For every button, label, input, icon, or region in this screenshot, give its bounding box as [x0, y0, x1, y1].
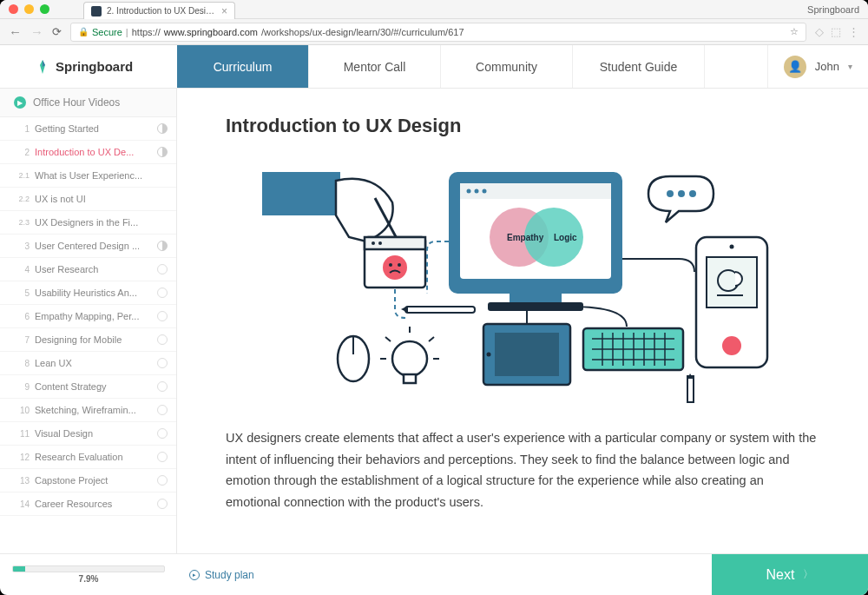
svg-point-23 [689, 190, 696, 197]
item-label: UX Designers in the Fi... [35, 217, 168, 228]
logo[interactable]: Springboard [0, 45, 177, 88]
url-path: /workshops/ux-design/learn/30/#/curricul… [261, 27, 464, 37]
secure-label: Secure [92, 27, 122, 37]
sidebar-item[interactable]: 10Sketching, Wireframin... [0, 399, 176, 422]
item-label: Getting Started [35, 123, 152, 134]
maximize-window-icon[interactable] [40, 4, 49, 14]
svg-line-53 [385, 337, 391, 341]
address-bar: ← → ⟳ 🔒 Secure | https://www.springboard… [0, 19, 868, 45]
sidebar-item[interactable]: 4User Research [0, 258, 176, 281]
forward-button[interactable]: → [30, 24, 43, 39]
logo-text: Springboard [56, 59, 133, 74]
sidebar-item[interactable]: 2.1What is User Experienc... [0, 164, 176, 188]
item-label: UX is not UI [35, 194, 168, 204]
progress-area: 7.9% [0, 559, 177, 591]
item-label: Usability Heuristics An... [35, 288, 152, 298]
svg-point-14 [483, 189, 487, 194]
sidebar-item[interactable]: 2.3UX Designers in the Fi... [0, 211, 176, 235]
item-number: 13 [9, 476, 30, 486]
sidebar-item[interactable]: 7Designing for Mobile [0, 328, 176, 352]
lock-icon: 🔒 [78, 27, 89, 36]
item-number: 6 [9, 312, 30, 321]
next-button[interactable]: Next 〉 [712, 554, 868, 596]
status-icon [157, 241, 168, 251]
svg-rect-42 [495, 333, 559, 376]
item-label: What is User Experienc... [35, 170, 168, 181]
user-menu[interactable]: 👤 John ▾ [767, 45, 868, 88]
browser-tab-strip: 2. Introduction to UX Design - × [83, 2, 235, 19]
extension-icon[interactable]: ◇ [815, 25, 824, 38]
status-icon [157, 264, 168, 274]
chevron-right-icon: 〉 [803, 567, 813, 582]
item-number: 2 [9, 148, 30, 157]
extension-icon[interactable]: ⬚ [831, 25, 841, 38]
tab-close-icon[interactable]: × [221, 5, 227, 17]
play-outline-icon: ▸ [189, 570, 200, 580]
reload-button[interactable]: ⟳ [52, 25, 62, 38]
body-paragraph: UX designers create elements that affect… [226, 427, 819, 513]
svg-point-12 [467, 189, 471, 194]
item-number: 2.3 [9, 218, 30, 227]
sidebar-item[interactable]: 2Introduction to UX De... [0, 141, 176, 164]
app-header: Springboard CurriculumMentor CallCommuni… [0, 45, 868, 89]
user-name: John [815, 60, 839, 73]
sidebar-header[interactable]: ▶ Office Hour Videos [0, 89, 176, 117]
window-chrome-bar: 2. Introduction to UX Design - × Springb… [0, 0, 868, 19]
sidebar-item[interactable]: 5Usability Heuristics An... [0, 281, 176, 305]
sidebar-item[interactable]: 11Visual Design [0, 422, 176, 446]
svg-rect-15 [510, 294, 562, 302]
item-number: 14 [9, 499, 30, 509]
progress-fill [13, 566, 25, 572]
tab-title: 2. Introduction to UX Design - [107, 6, 216, 16]
item-number: 1 [9, 124, 30, 134]
status-icon [157, 147, 168, 157]
browser-tab[interactable]: 2. Introduction to UX Design - × [83, 2, 235, 19]
sidebar-item[interactable]: 6Empathy Mapping, Per... [0, 305, 176, 328]
status-icon [157, 358, 168, 368]
footer: 7.9% ▸ Study plan Next 〉 [0, 553, 868, 595]
svg-point-50 [392, 341, 427, 376]
sidebar-item[interactable]: 9Content Strategy [0, 375, 176, 399]
close-window-icon[interactable] [9, 4, 18, 14]
svg-point-21 [667, 190, 674, 197]
menu-icon[interactable]: ⋮ [848, 25, 859, 38]
svg-marker-45 [401, 306, 408, 313]
status-icon [157, 334, 168, 345]
sidebar-header-label: Office Hour Videos [33, 96, 120, 109]
logo-icon [35, 59, 50, 75]
sidebar-item[interactable]: 12Research Evaluation [0, 446, 176, 469]
minimize-window-icon[interactable] [24, 4, 34, 14]
nav-tab-student-guide[interactable]: Student Guide [573, 45, 705, 88]
nav-tab-community[interactable]: Community [441, 45, 573, 88]
item-label: Sketching, Wireframin... [35, 405, 152, 415]
svg-point-8 [398, 263, 401, 267]
nav-tab-mentor-call[interactable]: Mentor Call [309, 45, 441, 88]
item-label: Designing for Mobile [35, 334, 152, 345]
traffic-lights [9, 4, 49, 14]
sidebar-item[interactable]: 3User Centered Design ... [0, 235, 176, 258]
url-prefix: https:// [132, 27, 161, 37]
url-field[interactable]: 🔒 Secure | https://www.springboard.com/w… [70, 23, 806, 42]
study-plan-link[interactable]: ▸ Study plan [177, 569, 254, 581]
hero-illustration: Empathy Logic [226, 155, 819, 407]
item-number: 3 [9, 241, 30, 251]
item-label: Introduction to UX De... [35, 147, 152, 157]
sidebar-item[interactable]: 13Capstone Project [0, 469, 176, 493]
sidebar-item[interactable]: 8Lean UX [0, 352, 176, 375]
item-label: Content Strategy [35, 381, 152, 392]
svg-point-13 [475, 189, 479, 194]
status-icon [157, 499, 168, 509]
sidebar-item[interactable]: 2.2UX is not UI [0, 188, 176, 211]
sidebar-item[interactable]: 14Career Resources [0, 493, 176, 516]
bookmark-star-icon[interactable]: ☆ [790, 26, 799, 37]
item-number: 2.1 [9, 171, 30, 180]
item-label: Career Resources [35, 499, 152, 509]
svg-rect-0 [262, 172, 340, 215]
play-icon: ▶ [14, 96, 26, 109]
sidebar-item[interactable]: 1Getting Started [0, 117, 176, 141]
content-area: Introduction to UX Design [177, 89, 868, 553]
back-button[interactable]: ← [9, 24, 22, 39]
nav-tab-curriculum[interactable]: Curriculum [177, 45, 309, 88]
svg-rect-46 [687, 376, 694, 402]
svg-rect-44 [405, 307, 475, 313]
